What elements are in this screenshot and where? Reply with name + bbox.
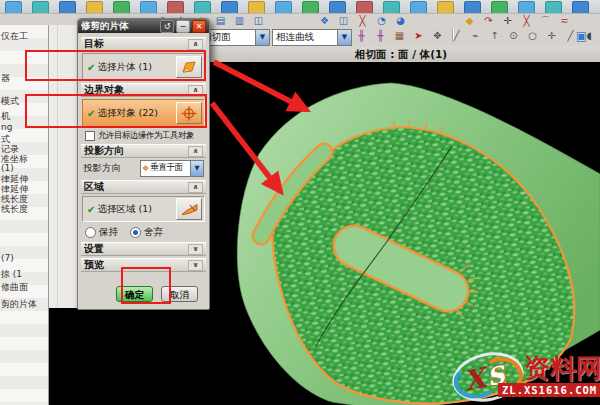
region-select-button[interactable]: [176, 198, 202, 220]
cancel-button[interactable]: 取消: [161, 286, 198, 302]
dialog-minimize-button[interactable]: −: [176, 20, 190, 33]
section-preview-label: 预览: [84, 258, 188, 272]
chevron-down-icon[interactable]: ▼: [190, 161, 203, 176]
projection-direction-row: 投影方向 ❖ 垂直于面 ▼: [81, 158, 206, 178]
projection-direction-value: 垂直于面: [150, 162, 190, 174]
check-icon: ✔: [87, 108, 95, 119]
resource-bar-panel: [49, 25, 78, 308]
expand-icon[interactable]: ∨: [188, 260, 203, 271]
section-settings[interactable]: 设置 ∨: [81, 242, 206, 256]
keep-radio[interactable]: 保持: [85, 226, 118, 239]
watermark: X S 资料网 ZL.XS1616.COM: [450, 351, 600, 401]
checkbox-icon[interactable]: [85, 131, 95, 141]
collapse-icon[interactable]: ∧: [188, 182, 203, 193]
dialog-close-button[interactable]: ✕: [192, 20, 206, 33]
navigator-item-fragment[interactable]: 器: [1, 72, 10, 85]
radio-selected-icon[interactable]: [130, 227, 141, 238]
object-select-button[interactable]: [176, 102, 202, 124]
keep-label: 保持: [99, 226, 118, 239]
projection-direction-combo[interactable]: ❖ 垂直于面 ▼: [140, 160, 204, 177]
section-region[interactable]: 区域 ∧: [81, 180, 206, 194]
dialog-title: 修剪的片体: [81, 20, 158, 33]
check-icon: ✔: [87, 62, 95, 73]
select-region-row[interactable]: ✔ 选择区域 (1): [82, 196, 205, 222]
dialog-body: 目标 ∧ ✔ 选择片体 (1) 边界对象 ∧ ✔ 选择对象 (22): [78, 33, 209, 302]
section-projection[interactable]: 投影方向 ∧: [81, 144, 206, 158]
check-icon: ✔: [87, 204, 95, 215]
select-region-label: 选择区域 (1): [97, 203, 176, 216]
section-settings-label: 设置: [84, 242, 188, 256]
collapse-icon[interactable]: ∧: [188, 85, 203, 96]
normal-to-face-icon: ❖: [142, 164, 149, 173]
allow-target-edges-row[interactable]: 允许目标边缘作为工具对象: [81, 129, 206, 142]
projection-direction-label: 投影方向: [83, 162, 140, 175]
section-projection-label: 投影方向: [84, 144, 188, 158]
part-navigator-sidebar[interactable]: 仅在工器模式机ng式记录准坐标(1)律延伸律延伸线长度线长度(7)掠 (1修曲面…: [0, 25, 49, 405]
navigator-item-fragment[interactable]: (1): [1, 163, 14, 173]
watermark-url: ZL.XS1616.COM: [498, 383, 600, 397]
navigator-item-fragment[interactable]: 修曲面: [1, 281, 28, 294]
region-option-row: 保持 舍弃: [81, 224, 206, 240]
discard-radio[interactable]: 舍弃: [130, 226, 163, 239]
watermark-site-name: 资料网: [524, 351, 600, 386]
allow-target-edges-label: 允许目标边缘作为工具对象: [98, 130, 194, 142]
expand-icon[interactable]: ∨: [188, 244, 203, 255]
section-boundary-label: 边界对象: [84, 83, 188, 97]
collapse-icon[interactable]: ∧: [188, 146, 203, 157]
navigator-item-fragment[interactable]: 线长度: [1, 203, 28, 216]
sheet-select-button[interactable]: [176, 56, 202, 78]
navigator-item-fragment[interactable]: 仅在工: [1, 30, 28, 43]
section-target-label: 目标: [84, 37, 188, 51]
trimmed-sheet-dialog: 修剪的片体 ↺ − ✕ 目标 ∧ ✔ 选择片体 (1) 边界对象 ∧ ✔ 选择对…: [77, 18, 210, 310]
navigator-item-fragment[interactable]: ng: [1, 122, 12, 132]
navigator-item-fragment[interactable]: (7): [1, 253, 14, 263]
navigator-item-fragment[interactable]: 模式: [1, 95, 19, 108]
select-object-row[interactable]: ✔ 选择对象 (22): [82, 99, 205, 127]
radio-icon[interactable]: [85, 227, 96, 238]
section-preview[interactable]: 预览 ∨: [81, 258, 206, 272]
select-sheet-row[interactable]: ✔ 选择片体 (1): [82, 53, 205, 81]
select-sheet-label: 选择片体 (1): [97, 61, 176, 74]
ok-button[interactable]: 确定: [116, 286, 153, 302]
dialog-button-row: 确定 取消: [81, 272, 206, 302]
section-target[interactable]: 目标 ∧: [81, 37, 206, 51]
region-icon: [181, 203, 198, 216]
sheet-icon: [181, 60, 197, 74]
crosshair-icon: [181, 106, 197, 121]
dialog-title-bar[interactable]: 修剪的片体 ↺ − ✕: [78, 19, 209, 33]
select-object-label: 选择对象 (22): [97, 107, 176, 120]
navigator-item-fragment[interactable]: 掠 (1: [1, 268, 22, 281]
dialog-reset-button[interactable]: ↺: [160, 20, 174, 33]
discard-label: 舍弃: [144, 226, 163, 239]
navigator-item-fragment[interactable]: 剪的片体: [1, 298, 37, 311]
section-boundary[interactable]: 边界对象 ∧: [81, 83, 206, 97]
collapse-icon[interactable]: ∧: [188, 39, 203, 50]
section-region-label: 区域: [84, 180, 188, 194]
panel-divider: [57, 25, 58, 308]
